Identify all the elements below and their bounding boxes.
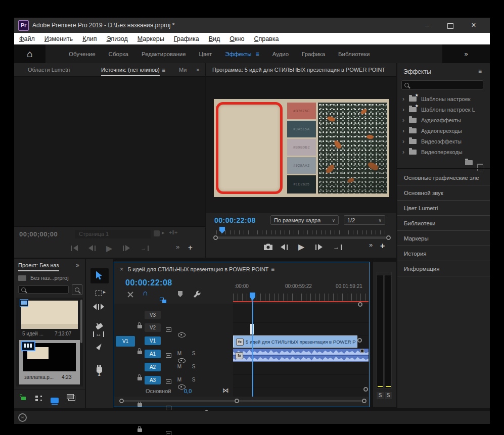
track-v2-button[interactable]: V2 — [145, 323, 161, 332]
workspace-editing[interactable]: Редактирование — [142, 51, 186, 57]
tree-item-presets[interactable]: ›★Шаблоны настроек — [399, 93, 485, 104]
project-scrollbar[interactable] — [80, 300, 82, 343]
linked-selection-icon[interactable] — [160, 298, 166, 303]
tab-lumetri-color[interactable]: Цвет Lumetri — [397, 201, 490, 216]
source-insert-icon[interactable]: +‖+ — [169, 229, 177, 235]
menu-file[interactable]: Файл — [19, 35, 35, 42]
meter-solo-left-button[interactable]: S — [377, 392, 384, 399]
program-mini-ruler[interactable] — [216, 230, 386, 234]
scroll-handle[interactable] — [360, 349, 364, 353]
program-step-back-button[interactable] — [281, 244, 288, 250]
tab-libraries[interactable]: Библиотеки — [397, 216, 490, 231]
workspace-libraries[interactable]: Библиотеки — [338, 51, 370, 57]
tab-lumetri-scopes[interactable]: Области Lumetri — [28, 67, 70, 73]
minimize-button[interactable]: – — [419, 18, 436, 33]
export-frame-camera-icon[interactable] — [264, 244, 272, 250]
tab-essential-graphics[interactable]: Основные графические эле — [397, 170, 490, 185]
project-find-button[interactable] — [72, 284, 82, 295]
solo-button[interactable]: S — [190, 350, 197, 357]
sync-lock-icon[interactable] — [166, 406, 171, 410]
timeline-tab-close-icon[interactable]: × — [120, 266, 123, 273]
source-tabs-overflow-icon[interactable]: » — [196, 66, 200, 73]
track-a2-button[interactable]: A2 — [145, 363, 161, 371]
pan-bowtie-icon[interactable]: ⋈ — [222, 386, 229, 394]
timeline-tab-title[interactable]: 5 идей для СТИЛЬНЫХ презентация в POWER … — [128, 266, 268, 272]
icon-view-icon[interactable] — [51, 398, 59, 403]
project-panel-tab[interactable]: Проект: Без наз — [18, 262, 59, 271]
selection-tool[interactable] — [96, 271, 103, 280]
nest-sequence-icon[interactable] — [127, 292, 133, 298]
fit-dropdown[interactable]: По размеру кадра∨ — [270, 215, 339, 225]
tree-item-video-effects[interactable]: ›Видеоэффекты — [399, 136, 485, 147]
program-step-forward-button[interactable] — [315, 244, 323, 250]
track-v1-button[interactable]: V1 — [145, 336, 161, 345]
track-lock-icon[interactable] — [138, 351, 142, 354]
source-button-overflow-icon[interactable]: » — [176, 243, 179, 251]
creative-cloud-icon[interactable]: ∞ — [18, 413, 27, 422]
scroll-handle[interactable] — [357, 338, 362, 343]
workspace-color[interactable]: Цвет — [199, 51, 212, 57]
source-step-back-button[interactable] — [88, 245, 96, 251]
track-visibility-icon[interactable] — [178, 332, 186, 337]
scroll-handle[interactable] — [358, 302, 362, 307]
freeform-view-icon[interactable] — [67, 394, 74, 399]
track-select-forward-tool[interactable] — [96, 291, 102, 296]
source-patch-v1[interactable]: V1 — [116, 336, 135, 347]
razor-tool[interactable] — [96, 323, 103, 330]
track-lock-icon[interactable] — [138, 377, 142, 380]
menu-markers[interactable]: Маркеры — [138, 35, 164, 42]
mute-button[interactable]: M — [176, 350, 183, 357]
track-visibility-icon[interactable] — [178, 358, 186, 363]
program-panel-title[interactable]: Программа: 5 идей для СТИЛЬНЫХ презентац… — [212, 67, 385, 73]
source-play-proxy-icon[interactable]: ▸ — [162, 229, 165, 236]
workspace-effects-menu-icon[interactable]: ≡ — [256, 51, 259, 58]
source-goto-in-button[interactable] — [71, 245, 78, 251]
maximize-button[interactable] — [442, 18, 459, 33]
project-search-input[interactable] — [18, 285, 69, 294]
track-lock-icon[interactable] — [138, 325, 142, 328]
menu-graphics[interactable]: Графика — [174, 35, 199, 42]
program-play-button[interactable]: ▶ — [298, 242, 304, 252]
clip-fx-badge[interactable]: fx — [236, 352, 243, 359]
timeline-panel-menu-icon[interactable]: ≡ — [271, 266, 274, 273]
effects-search-input[interactable] — [401, 80, 483, 89]
solo-button[interactable]: S — [190, 376, 197, 383]
audio-clip[interactable]: fx — [233, 349, 369, 362]
scroll-handle[interactable] — [363, 387, 368, 392]
program-export-frame-button[interactable]: → — [333, 244, 342, 251]
project-item-selected[interactable]: заплатка.p... 4:23 — [19, 340, 80, 384]
meter-solo-right-button[interactable]: S — [385, 392, 392, 399]
track-lock-icon[interactable] — [138, 428, 142, 432]
timeline-settings-wrench-icon[interactable] — [193, 291, 201, 298]
source-play-button[interactable]: ▶ — [106, 244, 112, 253]
tab-source-monitor[interactable]: Источник: (нет клипов) — [101, 67, 160, 76]
project-item-thumbnail[interactable] — [21, 301, 78, 329]
workspace-assembly[interactable]: Сборка — [109, 51, 128, 57]
new-bin-icon[interactable] — [465, 160, 473, 165]
tree-item-video-transitions[interactable]: ›Видеопереходы — [399, 147, 485, 157]
scroll-handle[interactable] — [235, 399, 239, 403]
sync-lock-icon[interactable] — [166, 327, 171, 332]
workspace-learning[interactable]: Обучение — [69, 51, 96, 57]
program-add-button-icon[interactable]: + — [380, 241, 385, 251]
program-button-overflow-icon[interactable]: » — [369, 241, 373, 249]
add-marker-icon[interactable] — [178, 291, 182, 297]
snap-magnet-icon[interactable]: ∩ — [143, 288, 148, 297]
menu-window[interactable]: Окно — [230, 35, 244, 42]
effects-panel-title[interactable]: Эффекты — [403, 68, 431, 75]
home-button[interactable]: ⌂ — [14, 44, 45, 63]
scroll-handle-left[interactable] — [213, 235, 218, 240]
menu-help[interactable]: Справка — [254, 35, 279, 42]
project-writable-icon[interactable] — [21, 397, 26, 400]
project-breadcrumb[interactable]: Без наз...prproj — [30, 275, 69, 281]
pen-tool[interactable] — [96, 343, 103, 350]
menu-sequence[interactable]: Эпизод — [106, 35, 127, 42]
list-view-icon[interactable] — [35, 396, 38, 398]
timeline-h-scrollbar[interactable] — [121, 400, 365, 402]
slip-tool[interactable]: ↔ — [93, 330, 104, 337]
program-timecode[interactable]: 00:00:22:08 — [214, 216, 256, 224]
tab-markers[interactable]: Маркеры — [397, 231, 490, 246]
source-settings-icon[interactable] — [154, 230, 160, 236]
project-item-name[interactable]: 5 идей ... — [22, 331, 43, 336]
tab-overflow-label[interactable]: Ми — [179, 67, 187, 73]
